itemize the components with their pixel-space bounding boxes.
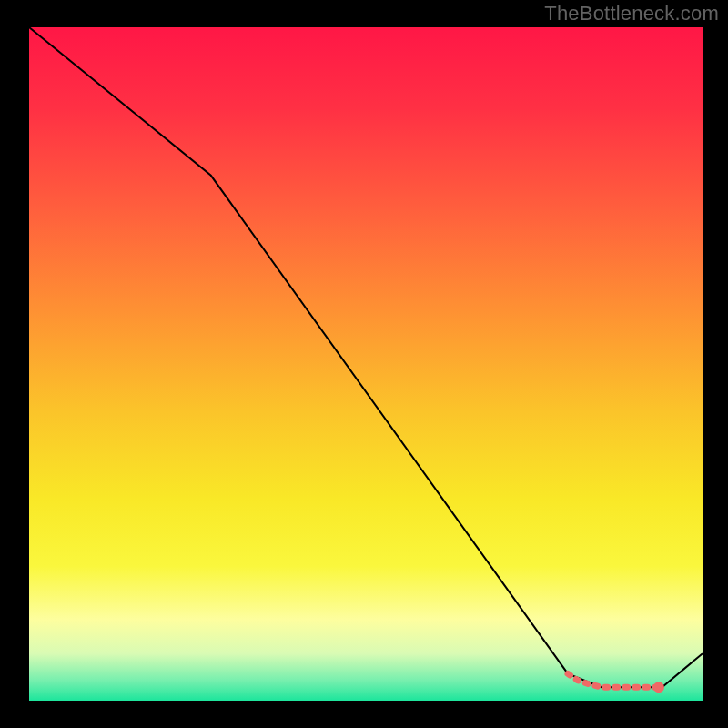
plot-background — [29, 27, 703, 701]
bottleneck-chart — [0, 0, 728, 728]
chart-frame: TheBottleneck.com — [0, 0, 728, 728]
watermark-text: TheBottleneck.com — [544, 2, 719, 25]
highlight-dot — [653, 682, 664, 693]
